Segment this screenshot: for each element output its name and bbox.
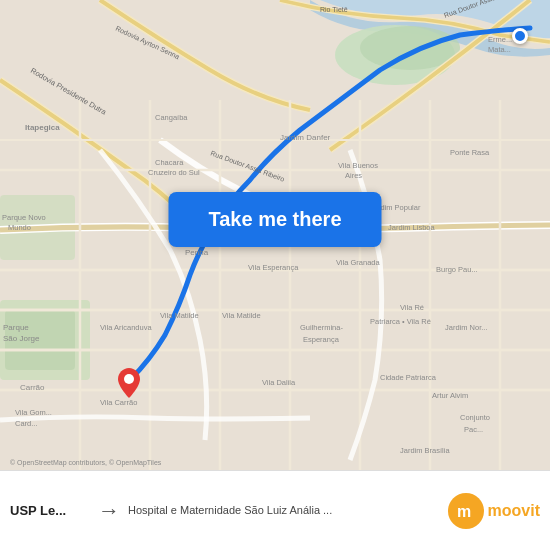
svg-text:São Jorge: São Jorge <box>3 334 40 343</box>
svg-text:Artur Alvim: Artur Alvim <box>432 391 468 400</box>
svg-text:Conjunto: Conjunto <box>460 413 490 422</box>
svg-text:Vila Granada: Vila Granada <box>336 258 380 267</box>
destination-marker <box>118 368 140 402</box>
svg-text:Parque Novo: Parque Novo <box>2 213 46 222</box>
svg-text:Vila Buenos: Vila Buenos <box>338 161 378 170</box>
svg-text:Chacara: Chacara <box>155 158 184 167</box>
svg-point-63 <box>124 374 134 384</box>
origin-marker <box>512 28 528 44</box>
svg-text:© OpenStreetMap contributors, : © OpenStreetMap contributors, © OpenMapT… <box>10 459 162 467</box>
route-info: USP Le... → Hospital e Maternidade São L… <box>10 498 448 524</box>
svg-text:Vila Aricanduva: Vila Aricanduva <box>100 323 152 332</box>
svg-text:Vila Dalila: Vila Dalila <box>262 378 296 387</box>
svg-text:Cidade Patriarca: Cidade Patriarca <box>380 373 437 382</box>
svg-text:Itapegica: Itapegica <box>25 123 60 132</box>
bottom-bar: USP Le... → Hospital e Maternidade São L… <box>0 470 550 550</box>
svg-text:Aires: Aires <box>345 171 362 180</box>
moovit-icon: m <box>448 493 484 529</box>
svg-text:Rio Tietê: Rio Tietê <box>320 6 348 13</box>
destination-box: Hospital e Maternidade São Luiz Anália .… <box>128 503 448 517</box>
svg-text:Burgo Pau...: Burgo Pau... <box>436 265 478 274</box>
destination-label: Hospital e Maternidade São Luiz Anália .… <box>128 503 448 517</box>
svg-text:Vila Esperança: Vila Esperança <box>248 263 299 272</box>
take-me-there-button[interactable]: Take me there <box>168 192 381 247</box>
svg-text:Mata...: Mata... <box>488 45 511 54</box>
svg-text:Parque: Parque <box>3 323 29 332</box>
svg-text:Vila Gom...: Vila Gom... <box>15 408 52 417</box>
svg-text:Vila Matilde: Vila Matilde <box>222 311 261 320</box>
svg-text:Jardim Lisboa: Jardim Lisboa <box>388 223 436 232</box>
svg-text:Guilhermina-: Guilhermina- <box>300 323 343 332</box>
app-container: Rodovia Presidente Dutra Rodovia Ayrton … <box>0 0 550 550</box>
svg-text:Jardim Danfer: Jardim Danfer <box>280 133 331 142</box>
svg-text:Vila Ré: Vila Ré <box>400 303 424 312</box>
svg-text:Cruzeiro do Sul: Cruzeiro do Sul <box>148 168 200 177</box>
moovit-logo: m moovit <box>448 493 540 529</box>
svg-text:Penha: Penha <box>185 248 209 257</box>
svg-text:Patriarca • Vila Ré: Patriarca • Vila Ré <box>370 317 431 326</box>
svg-text:Pac...: Pac... <box>464 425 483 434</box>
origin-label: USP Le... <box>10 503 90 518</box>
svg-text:Erme...: Erme... <box>488 35 512 44</box>
svg-text:Vila Matilde: Vila Matilde <box>160 311 199 320</box>
svg-text:m: m <box>457 503 471 520</box>
svg-text:Jardim Nor...: Jardim Nor... <box>445 323 488 332</box>
map-area: Rodovia Presidente Dutra Rodovia Ayrton … <box>0 0 550 470</box>
arrow-icon: → <box>98 498 120 524</box>
svg-text:Cangaíba: Cangaíba <box>155 113 188 122</box>
svg-text:Jardim Brasília: Jardim Brasília <box>400 446 450 455</box>
svg-text:Carrão: Carrão <box>20 383 45 392</box>
moovit-text: moovit <box>488 502 540 520</box>
svg-text:Ponte Rasa: Ponte Rasa <box>450 148 490 157</box>
svg-text:Card...: Card... <box>15 419 38 428</box>
svg-text:Mundo: Mundo <box>8 223 31 232</box>
origin-box: USP Le... <box>10 503 90 518</box>
svg-text:Esperança: Esperança <box>303 335 340 344</box>
